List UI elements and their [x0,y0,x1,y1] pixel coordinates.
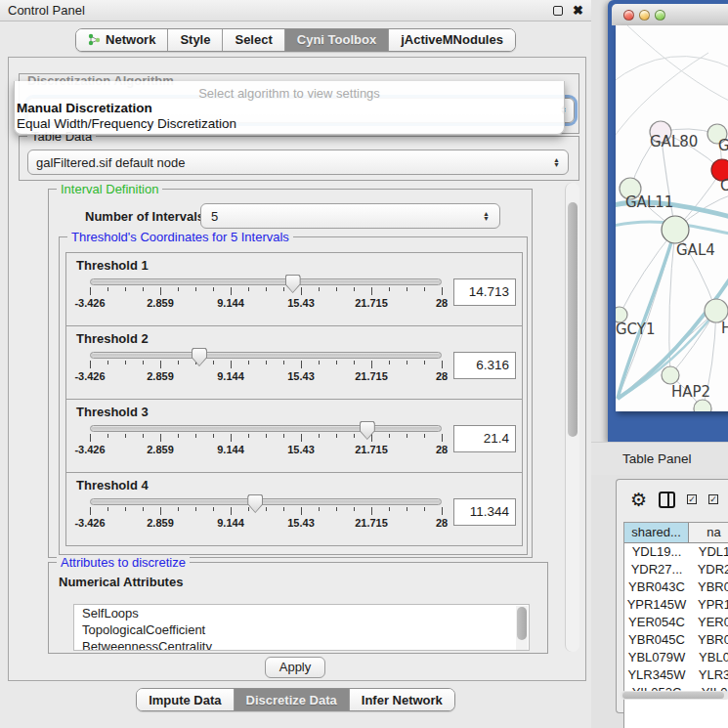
threshold-panel: Threshold 4-3.4262.8599.14415.4321.71528… [65,472,523,546]
vertical-scrollbar[interactable] [516,606,528,651]
network-node[interactable] [662,366,679,384]
tab-jactivemnodules[interactable]: jActiveMNodules [388,29,515,51]
group-title: Attributes to discretize [57,555,190,570]
table-cell: YBR043C [624,578,689,596]
table-cell: YBR0 [689,631,728,649]
mac-close-icon[interactable] [623,10,634,21]
control-panel: Control Panel ✖ NetworkStyleSelectCyni T… [0,0,591,728]
threshold-label: Threshold 2 [76,331,149,346]
slider-ticks [90,287,442,297]
apply-button[interactable]: Apply [265,657,325,678]
threshold-label: Threshold 4 [76,478,149,492]
scrollbar-thumb[interactable] [622,692,724,699]
tab-label: jActiveMNodules [401,32,503,47]
network-node-label: H [721,320,728,337]
scrollbar-thumb[interactable] [517,607,527,640]
threshold-value-field[interactable]: 6.316 [453,352,516,379]
vertical-scrollbar[interactable] [565,183,579,652]
network-node-label: GCY1 [616,321,656,338]
network-node[interactable] [662,216,689,243]
table-row[interactable]: YBR043CYBR0 [624,578,728,596]
tab-cyni-toolbox[interactable]: Cyni Toolbox [284,29,388,51]
attribute-list-item[interactable]: SelfLoops [74,605,529,621]
network-canvas[interactable]: GAL80GACGAL11GAL4GCY1HHAP2 [616,25,728,411]
mac-minimize-icon[interactable] [639,10,650,21]
threshold-value-field[interactable]: 11.344 [453,498,516,526]
combo-value: galFiltered.sif default node [36,155,553,170]
threshold-label: Threshold 3 [76,405,149,419]
interval-definition-group: Interval Definition Number of Intervals … [48,189,533,558]
tab-network[interactable]: Network [76,29,167,51]
table-cell: YPR1 [689,596,728,614]
table-cell: YDL1 [689,543,728,561]
tab-select[interactable]: Select [222,29,283,51]
table-cell: YDR27... [624,561,689,578]
slider-ticks [90,507,442,517]
network-node[interactable] [694,400,711,411]
network-node-label: C [720,177,728,194]
combo-value: 5 [211,209,483,224]
table-data-combobox[interactable]: galFiltered.sif default node ▲▼ [27,150,569,175]
table-cell: YPR145W [624,596,689,614]
network-node-label: GAL11 [625,193,673,211]
network-edge[interactable] [616,57,728,84]
checkbox-icon-1[interactable]: ✓ [687,494,697,504]
scrollbar-thumb[interactable] [568,202,578,437]
table-row[interactable]: YLR345WYLR3 [624,666,728,684]
thresholds-coordinates-group: Threshold's Coordinates for 5 Intervals … [59,236,528,555]
slider-ticks [90,361,442,370]
column-header-shared[interactable]: shared... [624,523,689,543]
table-row[interactable]: YDL19...YDL1 [624,543,728,561]
slider-tick-labels: -3.4262.8599.14415.4321.71528 [90,297,442,310]
network-edge[interactable] [620,230,675,315]
dropdown-prompt: Select algorithm to view settings [15,86,564,101]
threshold-value-field[interactable]: 21.4 [453,425,516,452]
threshold-value-field[interactable]: 14.713 [453,278,516,306]
tab-label: Infer Network [362,693,443,707]
table-panel-bar: Table Panel [591,442,728,475]
threshold-slider-track[interactable] [90,498,442,505]
tab-discretize-data[interactable]: Discretize Data [234,689,349,710]
float-window-icon[interactable] [553,6,563,16]
table-cell: YLR3 [689,666,728,684]
mac-zoom-icon[interactable] [655,10,665,21]
dropdown-item-manual-discretization[interactable]: Manual Discretization [17,101,152,115]
dropdown-item-equal-width-frequency[interactable]: Equal Width/Frequency Discretization [17,116,236,131]
close-icon[interactable]: ✖ [573,6,583,16]
table-row[interactable]: YBL079WYBL0 [624,649,728,666]
horizontal-scrollbar[interactable] [621,691,728,700]
table-row[interactable]: YER054CYER0 [624,614,728,631]
table-row[interactable]: YDR27...YDR2 [624,561,728,578]
table-row[interactable]: YBR045CYBR0 [624,631,728,649]
group-title: Interval Definition [57,182,162,196]
threshold-label: Threshold 1 [76,258,149,273]
tab-infer-network[interactable]: Infer Network [349,689,454,710]
combo-stepper-icon: ▲▼ [553,157,560,167]
gear-icon[interactable]: ⚙ [630,491,647,509]
table-row[interactable]: YPR145WYPR1 [624,596,728,614]
split-columns-icon[interactable] [659,492,675,508]
column-header-na[interactable]: na [689,523,728,543]
network-node-label: GA [718,137,728,154]
tab-style[interactable]: Style [167,29,222,51]
table-cell: YER0 [689,614,728,631]
threshold-slider-track[interactable] [90,425,442,432]
table-panel-title: Table Panel [622,451,692,466]
threshold-panel: Threshold 2-3.4262.8599.14415.4321.71528… [65,325,523,400]
network-node-label: GAL80 [650,133,698,150]
number-of-intervals-combobox[interactable]: 5 ▲▼ [200,203,500,229]
tab-impute-data[interactable]: Impute Data [137,689,233,710]
tab-label: Impute Data [149,693,221,707]
attribute-list-item[interactable]: TopologicalCoefficient [74,621,529,638]
threshold-panel: Threshold 3-3.4262.8599.14415.4321.71528… [65,399,523,473]
right-side: GAL80GACGAL11GAL4GCY1HHAP2 Table Panel ⚙… [591,0,728,728]
attribute-list-item[interactable]: BetweennessCentrality [74,638,529,651]
table-toolbar: ⚙ ✓ ✓ [617,486,728,513]
slider-tick-labels: -3.4262.8599.14415.4321.71528 [90,444,442,456]
threshold-slider-track[interactable] [90,278,442,285]
number-of-intervals-label: Number of Intervals [85,209,204,224]
checkbox-icon-2[interactable]: ✓ [708,494,718,504]
table-cell: YBR0 [689,578,728,596]
threshold-slider-track[interactable] [90,352,442,359]
group-title: Threshold's Coordinates for 5 Intervals [67,230,293,244]
